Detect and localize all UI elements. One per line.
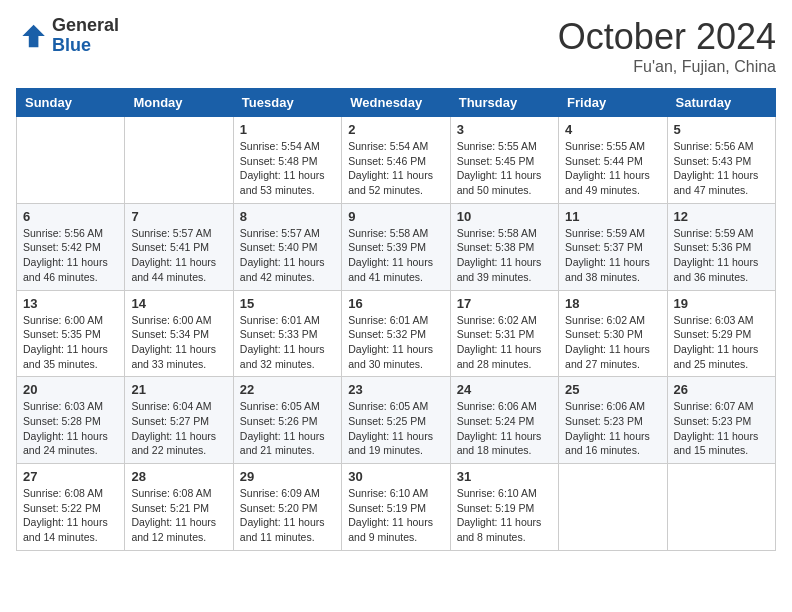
calendar-day-cell: 11Sunrise: 5:59 AM Sunset: 5:37 PM Dayli…: [559, 203, 667, 290]
calendar-day-cell: 25Sunrise: 6:06 AM Sunset: 5:23 PM Dayli…: [559, 377, 667, 464]
calendar-day-cell: 18Sunrise: 6:02 AM Sunset: 5:30 PM Dayli…: [559, 290, 667, 377]
calendar-week-row: 20Sunrise: 6:03 AM Sunset: 5:28 PM Dayli…: [17, 377, 776, 464]
logo-blue-text: Blue: [52, 36, 119, 56]
day-number: 18: [565, 296, 660, 311]
day-info: Sunrise: 5:59 AM Sunset: 5:36 PM Dayligh…: [674, 226, 769, 285]
calendar-day-cell: 31Sunrise: 6:10 AM Sunset: 5:19 PM Dayli…: [450, 464, 558, 551]
day-info: Sunrise: 6:01 AM Sunset: 5:32 PM Dayligh…: [348, 313, 443, 372]
calendar-day-cell: 29Sunrise: 6:09 AM Sunset: 5:20 PM Dayli…: [233, 464, 341, 551]
calendar-day-cell: 20Sunrise: 6:03 AM Sunset: 5:28 PM Dayli…: [17, 377, 125, 464]
day-info: Sunrise: 6:09 AM Sunset: 5:20 PM Dayligh…: [240, 486, 335, 545]
day-info: Sunrise: 5:57 AM Sunset: 5:41 PM Dayligh…: [131, 226, 226, 285]
day-number: 15: [240, 296, 335, 311]
calendar-day-cell: 9Sunrise: 5:58 AM Sunset: 5:39 PM Daylig…: [342, 203, 450, 290]
weekday-header: Friday: [559, 89, 667, 117]
day-number: 14: [131, 296, 226, 311]
calendar-day-cell: [125, 117, 233, 204]
day-info: Sunrise: 6:10 AM Sunset: 5:19 PM Dayligh…: [348, 486, 443, 545]
day-number: 13: [23, 296, 118, 311]
calendar-day-cell: 10Sunrise: 5:58 AM Sunset: 5:38 PM Dayli…: [450, 203, 558, 290]
title-block: October 2024 Fu'an, Fujian, China: [558, 16, 776, 76]
day-number: 19: [674, 296, 769, 311]
day-number: 9: [348, 209, 443, 224]
calendar-day-cell: 17Sunrise: 6:02 AM Sunset: 5:31 PM Dayli…: [450, 290, 558, 377]
calendar-day-cell: 24Sunrise: 6:06 AM Sunset: 5:24 PM Dayli…: [450, 377, 558, 464]
weekday-header: Wednesday: [342, 89, 450, 117]
calendar-header-row: SundayMondayTuesdayWednesdayThursdayFrid…: [17, 89, 776, 117]
calendar-day-cell: 7Sunrise: 5:57 AM Sunset: 5:41 PM Daylig…: [125, 203, 233, 290]
day-number: 6: [23, 209, 118, 224]
day-info: Sunrise: 5:56 AM Sunset: 5:42 PM Dayligh…: [23, 226, 118, 285]
day-info: Sunrise: 5:55 AM Sunset: 5:44 PM Dayligh…: [565, 139, 660, 198]
day-number: 27: [23, 469, 118, 484]
calendar-day-cell: 19Sunrise: 6:03 AM Sunset: 5:29 PM Dayli…: [667, 290, 775, 377]
day-number: 26: [674, 382, 769, 397]
calendar-day-cell: 22Sunrise: 6:05 AM Sunset: 5:26 PM Dayli…: [233, 377, 341, 464]
day-info: Sunrise: 6:07 AM Sunset: 5:23 PM Dayligh…: [674, 399, 769, 458]
day-info: Sunrise: 5:54 AM Sunset: 5:46 PM Dayligh…: [348, 139, 443, 198]
calendar-day-cell: 30Sunrise: 6:10 AM Sunset: 5:19 PM Dayli…: [342, 464, 450, 551]
day-number: 29: [240, 469, 335, 484]
day-info: Sunrise: 6:10 AM Sunset: 5:19 PM Dayligh…: [457, 486, 552, 545]
day-info: Sunrise: 6:08 AM Sunset: 5:22 PM Dayligh…: [23, 486, 118, 545]
day-number: 23: [348, 382, 443, 397]
calendar-week-row: 13Sunrise: 6:00 AM Sunset: 5:35 PM Dayli…: [17, 290, 776, 377]
calendar-week-row: 27Sunrise: 6:08 AM Sunset: 5:22 PM Dayli…: [17, 464, 776, 551]
day-number: 3: [457, 122, 552, 137]
calendar-week-row: 1Sunrise: 5:54 AM Sunset: 5:48 PM Daylig…: [17, 117, 776, 204]
day-info: Sunrise: 6:02 AM Sunset: 5:31 PM Dayligh…: [457, 313, 552, 372]
calendar-day-cell: 8Sunrise: 5:57 AM Sunset: 5:40 PM Daylig…: [233, 203, 341, 290]
day-info: Sunrise: 6:05 AM Sunset: 5:25 PM Dayligh…: [348, 399, 443, 458]
calendar-day-cell: [559, 464, 667, 551]
calendar-day-cell: 12Sunrise: 5:59 AM Sunset: 5:36 PM Dayli…: [667, 203, 775, 290]
month-title: October 2024: [558, 16, 776, 58]
weekday-header: Tuesday: [233, 89, 341, 117]
day-number: 5: [674, 122, 769, 137]
day-info: Sunrise: 6:05 AM Sunset: 5:26 PM Dayligh…: [240, 399, 335, 458]
calendar-table: SundayMondayTuesdayWednesdayThursdayFrid…: [16, 88, 776, 551]
day-number: 20: [23, 382, 118, 397]
logo: General Blue: [16, 16, 119, 56]
day-info: Sunrise: 5:58 AM Sunset: 5:38 PM Dayligh…: [457, 226, 552, 285]
day-number: 28: [131, 469, 226, 484]
calendar-day-cell: 26Sunrise: 6:07 AM Sunset: 5:23 PM Dayli…: [667, 377, 775, 464]
day-info: Sunrise: 6:08 AM Sunset: 5:21 PM Dayligh…: [131, 486, 226, 545]
calendar-day-cell: 28Sunrise: 6:08 AM Sunset: 5:21 PM Dayli…: [125, 464, 233, 551]
calendar-day-cell: 1Sunrise: 5:54 AM Sunset: 5:48 PM Daylig…: [233, 117, 341, 204]
day-info: Sunrise: 5:57 AM Sunset: 5:40 PM Dayligh…: [240, 226, 335, 285]
calendar-day-cell: [667, 464, 775, 551]
calendar-day-cell: [17, 117, 125, 204]
calendar-day-cell: 2Sunrise: 5:54 AM Sunset: 5:46 PM Daylig…: [342, 117, 450, 204]
logo-icon: [16, 20, 48, 52]
day-number: 1: [240, 122, 335, 137]
calendar-day-cell: 27Sunrise: 6:08 AM Sunset: 5:22 PM Dayli…: [17, 464, 125, 551]
weekday-header: Monday: [125, 89, 233, 117]
day-number: 25: [565, 382, 660, 397]
day-info: Sunrise: 6:00 AM Sunset: 5:34 PM Dayligh…: [131, 313, 226, 372]
day-number: 24: [457, 382, 552, 397]
day-number: 11: [565, 209, 660, 224]
logo-text: General Blue: [52, 16, 119, 56]
day-number: 31: [457, 469, 552, 484]
day-number: 21: [131, 382, 226, 397]
day-info: Sunrise: 5:55 AM Sunset: 5:45 PM Dayligh…: [457, 139, 552, 198]
day-number: 10: [457, 209, 552, 224]
logo-general-text: General: [52, 16, 119, 36]
day-info: Sunrise: 6:06 AM Sunset: 5:24 PM Dayligh…: [457, 399, 552, 458]
calendar-day-cell: 21Sunrise: 6:04 AM Sunset: 5:27 PM Dayli…: [125, 377, 233, 464]
day-info: Sunrise: 5:54 AM Sunset: 5:48 PM Dayligh…: [240, 139, 335, 198]
day-info: Sunrise: 6:03 AM Sunset: 5:28 PM Dayligh…: [23, 399, 118, 458]
day-number: 16: [348, 296, 443, 311]
calendar-day-cell: 14Sunrise: 6:00 AM Sunset: 5:34 PM Dayli…: [125, 290, 233, 377]
day-number: 8: [240, 209, 335, 224]
day-info: Sunrise: 5:59 AM Sunset: 5:37 PM Dayligh…: [565, 226, 660, 285]
calendar-day-cell: 5Sunrise: 5:56 AM Sunset: 5:43 PM Daylig…: [667, 117, 775, 204]
day-number: 2: [348, 122, 443, 137]
location: Fu'an, Fujian, China: [558, 58, 776, 76]
calendar-day-cell: 6Sunrise: 5:56 AM Sunset: 5:42 PM Daylig…: [17, 203, 125, 290]
day-info: Sunrise: 6:03 AM Sunset: 5:29 PM Dayligh…: [674, 313, 769, 372]
day-info: Sunrise: 6:04 AM Sunset: 5:27 PM Dayligh…: [131, 399, 226, 458]
svg-marker-0: [22, 25, 44, 47]
calendar-day-cell: 4Sunrise: 5:55 AM Sunset: 5:44 PM Daylig…: [559, 117, 667, 204]
day-info: Sunrise: 6:01 AM Sunset: 5:33 PM Dayligh…: [240, 313, 335, 372]
